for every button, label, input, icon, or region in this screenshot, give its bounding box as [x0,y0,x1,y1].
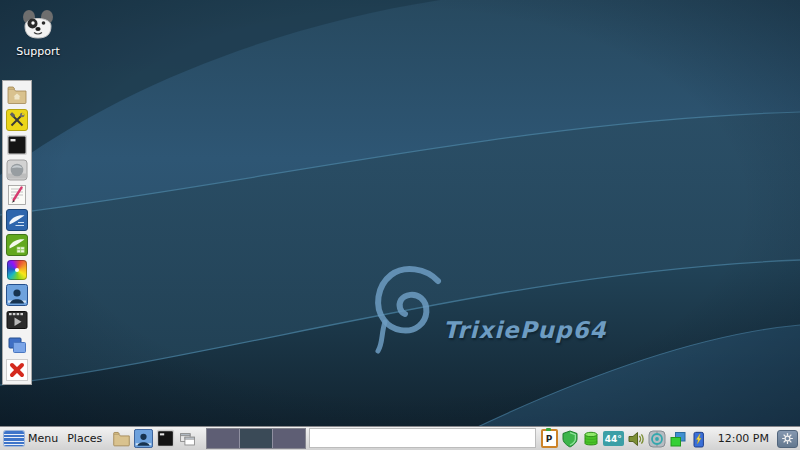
launcher-terminal[interactable] [156,429,175,448]
filmstrip-play-icon [6,309,28,331]
dock-item-calc[interactable] [6,234,28,256]
terminal-icon [156,429,175,448]
launcher-user[interactable] [134,429,153,448]
cpu-temperature-tray-item[interactable]: 44° [603,431,624,446]
dock-item-windows[interactable] [6,334,28,356]
taskbar-clock[interactable]: 12:00 PM [713,432,774,445]
desktop-icon-support[interactable]: Support [10,8,66,58]
green-spreadsheet-icon [6,234,28,256]
overlapping-windows-icon [178,429,197,448]
taskbar-settings-button[interactable] [777,430,798,448]
dock-item-write[interactable] [6,209,28,231]
puppy-face-icon [20,8,56,42]
dock-item-view[interactable] [6,259,28,281]
person-bust-icon [134,429,153,448]
dock-item-play[interactable] [6,309,28,331]
rainbow-pinwheel-icon [7,260,27,280]
dock-item-edit[interactable] [6,184,28,206]
workspace-2-active[interactable] [240,429,272,448]
wallpaper [0,0,800,450]
blue-word-processor-icon [6,209,28,231]
blue-stripes-menu-icon [4,431,24,446]
green-shield-icon [561,430,579,448]
workspace-1[interactable] [207,429,239,448]
places-button[interactable]: Places [63,432,106,445]
network-tray-item[interactable] [648,430,666,448]
green-cylinder-icon [582,430,600,448]
person-bust-icon [6,284,28,306]
taskbar: Menu Places [0,426,800,450]
dock-item-quit[interactable] [6,359,28,381]
terminal-icon [6,134,28,156]
power-tray-item[interactable] [690,430,708,448]
left-dock [2,80,32,385]
wallpaper-brand-text: TrixiePup64 [443,317,606,343]
stacked-windows-icon [6,334,28,356]
clipboard-manager-tray-icon[interactable]: P [541,429,558,448]
desktop: TrixiePup64 Support [0,0,800,450]
quick-launchers [112,429,197,448]
folder-icon [112,429,131,448]
disk-usage-tray-item[interactable] [582,430,600,448]
places-label: Places [67,432,102,445]
task-list-area [309,428,535,448]
frisbee-circles-icon [648,430,666,448]
dock-item-browse[interactable] [6,159,28,181]
dock-item-file-manager[interactable] [6,84,28,106]
gear-icon [781,432,794,445]
speaker-icon [627,430,645,448]
launcher-files[interactable] [112,429,131,448]
battery-bolt-icon [690,430,708,448]
dock-item-setup[interactable] [6,109,28,131]
desktop-layers-tray-item[interactable] [669,430,687,448]
menu-label: Menu [28,432,58,445]
folder-home-icon [6,84,28,106]
red-x-icon [6,359,28,381]
launcher-window-list[interactable] [178,429,197,448]
layered-squares-icon [669,430,687,448]
system-tray: P 44° [539,429,710,448]
dock-item-chat[interactable] [6,284,28,306]
temperature-value: 44° [605,434,622,444]
dock-item-console[interactable] [6,134,28,156]
firewall-tray-item[interactable] [561,430,579,448]
crossed-tools-icon [6,109,28,131]
menu-button[interactable]: Menu [2,427,60,450]
workspace-3[interactable] [273,429,305,448]
gray-sphere-icon [6,159,28,181]
desktop-icon-label: Support [16,45,59,58]
workspace-pager [206,428,306,449]
notepad-pen-icon [6,184,28,206]
volume-tray-item[interactable] [627,430,645,448]
clipboard-badge: P [546,434,553,444]
